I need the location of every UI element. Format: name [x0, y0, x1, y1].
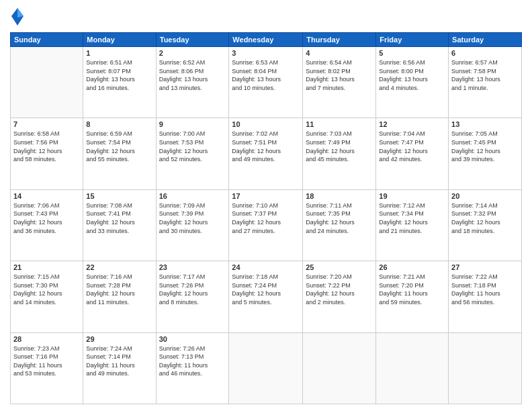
calendar-cell: 16Sunrise: 7:09 AMSunset: 7:39 PMDayligh…	[156, 189, 229, 261]
calendar-week-row: 1Sunrise: 6:51 AMSunset: 8:07 PMDaylight…	[11, 47, 522, 118]
day-info: Sunrise: 7:09 AMSunset: 7:39 PMDaylight:…	[159, 201, 226, 235]
calendar-cell: 20Sunrise: 7:14 AMSunset: 7:32 PMDayligh…	[449, 189, 522, 261]
calendar-header-row: SundayMondayTuesdayWednesdayThursdayFrid…	[11, 33, 522, 47]
day-number: 12	[379, 120, 445, 128]
day-number: 19	[379, 192, 445, 200]
day-number: 29	[86, 335, 152, 343]
calendar-cell: 5Sunrise: 6:56 AMSunset: 8:00 PMDaylight…	[376, 47, 449, 118]
day-info: Sunrise: 6:58 AMSunset: 7:56 PMDaylight:…	[13, 130, 80, 163]
calendar-cell: 30Sunrise: 7:26 AMSunset: 7:13 PMDayligh…	[156, 332, 229, 404]
day-number: 16	[159, 192, 226, 200]
day-number: 3	[232, 49, 300, 57]
calendar-week-row: 7Sunrise: 6:58 AMSunset: 7:56 PMDaylight…	[11, 118, 522, 189]
day-number: 6	[451, 49, 519, 57]
day-number: 11	[306, 120, 373, 128]
calendar-week-row: 21Sunrise: 7:15 AMSunset: 7:30 PMDayligh…	[11, 261, 522, 332]
day-number: 27	[451, 263, 519, 271]
day-info: Sunrise: 7:18 AMSunset: 7:24 PMDaylight:…	[232, 273, 300, 306]
calendar-cell: 12Sunrise: 7:04 AMSunset: 7:47 PMDayligh…	[376, 118, 449, 189]
calendar-cell: 10Sunrise: 7:02 AMSunset: 7:51 PMDayligh…	[229, 118, 303, 189]
day-of-week-header: Wednesday	[229, 33, 303, 47]
day-number: 14	[13, 192, 80, 200]
day-info: Sunrise: 7:14 AMSunset: 7:32 PMDaylight:…	[451, 201, 519, 235]
calendar-cell: 9Sunrise: 7:00 AMSunset: 7:53 PMDaylight…	[156, 118, 229, 189]
calendar-cell	[449, 332, 522, 404]
day-of-week-header: Tuesday	[156, 33, 229, 47]
day-info: Sunrise: 6:53 AMSunset: 8:04 PMDaylight:…	[232, 58, 300, 92]
calendar-cell: 4Sunrise: 6:54 AMSunset: 8:02 PMDaylight…	[303, 47, 376, 118]
day-info: Sunrise: 7:02 AMSunset: 7:51 PMDaylight:…	[232, 130, 300, 163]
calendar-cell: 22Sunrise: 7:16 AMSunset: 7:28 PMDayligh…	[83, 261, 156, 332]
calendar-cell	[229, 332, 303, 404]
calendar-cell: 19Sunrise: 7:12 AMSunset: 7:34 PMDayligh…	[376, 189, 449, 261]
day-info: Sunrise: 7:26 AMSunset: 7:13 PMDaylight:…	[159, 345, 226, 378]
day-number: 1	[86, 49, 152, 57]
day-number: 30	[159, 335, 226, 343]
logo-icon	[10, 7, 25, 27]
calendar-body: 1Sunrise: 6:51 AMSunset: 8:07 PMDaylight…	[11, 47, 522, 404]
day-info: Sunrise: 6:52 AMSunset: 8:06 PMDaylight:…	[159, 58, 226, 92]
day-info: Sunrise: 7:12 AMSunset: 7:34 PMDaylight:…	[379, 201, 445, 235]
day-info: Sunrise: 7:15 AMSunset: 7:30 PMDaylight:…	[13, 273, 80, 306]
day-number: 10	[232, 120, 300, 128]
svg-marker-1	[17, 8, 24, 17]
calendar-cell: 27Sunrise: 7:22 AMSunset: 7:18 PMDayligh…	[449, 261, 522, 332]
calendar-cell: 24Sunrise: 7:18 AMSunset: 7:24 PMDayligh…	[229, 261, 303, 332]
day-info: Sunrise: 7:20 AMSunset: 7:22 PMDaylight:…	[306, 273, 373, 306]
day-number: 22	[86, 263, 152, 271]
day-number: 9	[159, 120, 226, 128]
calendar-cell: 13Sunrise: 7:05 AMSunset: 7:45 PMDayligh…	[449, 118, 522, 189]
day-info: Sunrise: 7:10 AMSunset: 7:37 PMDaylight:…	[232, 201, 300, 235]
day-info: Sunrise: 7:08 AMSunset: 7:41 PMDaylight:…	[86, 201, 152, 235]
day-of-week-header: Monday	[83, 33, 156, 47]
day-info: Sunrise: 7:21 AMSunset: 7:20 PMDaylight:…	[379, 273, 445, 306]
calendar-cell: 14Sunrise: 7:06 AMSunset: 7:43 PMDayligh…	[11, 189, 83, 261]
day-number: 13	[451, 120, 519, 128]
calendar-cell: 29Sunrise: 7:24 AMSunset: 7:14 PMDayligh…	[83, 332, 156, 404]
calendar-cell: 6Sunrise: 6:57 AMSunset: 7:58 PMDaylight…	[449, 47, 522, 118]
calendar-cell: 11Sunrise: 7:03 AMSunset: 7:49 PMDayligh…	[303, 118, 376, 189]
day-info: Sunrise: 6:56 AMSunset: 8:00 PMDaylight:…	[379, 58, 445, 92]
calendar-cell	[376, 332, 449, 404]
day-number: 2	[159, 49, 226, 57]
day-number: 24	[232, 263, 300, 271]
logo	[10, 7, 28, 27]
day-number: 26	[379, 263, 445, 271]
day-info: Sunrise: 7:22 AMSunset: 7:18 PMDaylight:…	[451, 273, 519, 306]
calendar-cell: 8Sunrise: 6:59 AMSunset: 7:54 PMDaylight…	[83, 118, 156, 189]
calendar-cell: 25Sunrise: 7:20 AMSunset: 7:22 PMDayligh…	[303, 261, 376, 332]
day-of-week-header: Sunday	[11, 33, 83, 47]
day-info: Sunrise: 7:17 AMSunset: 7:26 PMDaylight:…	[159, 273, 226, 306]
day-info: Sunrise: 7:05 AMSunset: 7:45 PMDaylight:…	[451, 130, 519, 163]
day-number: 23	[159, 263, 226, 271]
day-number: 21	[13, 263, 80, 271]
day-info: Sunrise: 7:23 AMSunset: 7:16 PMDaylight:…	[13, 345, 80, 378]
calendar-cell: 17Sunrise: 7:10 AMSunset: 7:37 PMDayligh…	[229, 189, 303, 261]
calendar-cell: 2Sunrise: 6:52 AMSunset: 8:06 PMDaylight…	[156, 47, 229, 118]
day-of-week-header: Saturday	[449, 33, 522, 47]
day-info: Sunrise: 6:51 AMSunset: 8:07 PMDaylight:…	[86, 58, 152, 92]
calendar-cell: 3Sunrise: 6:53 AMSunset: 8:04 PMDaylight…	[229, 47, 303, 118]
calendar-cell: 28Sunrise: 7:23 AMSunset: 7:16 PMDayligh…	[11, 332, 83, 404]
day-info: Sunrise: 6:59 AMSunset: 7:54 PMDaylight:…	[86, 130, 152, 163]
day-number: 20	[451, 192, 519, 200]
day-info: Sunrise: 6:54 AMSunset: 8:02 PMDaylight:…	[306, 58, 373, 92]
day-info: Sunrise: 7:03 AMSunset: 7:49 PMDaylight:…	[306, 130, 373, 163]
day-number: 4	[306, 49, 373, 57]
calendar: SundayMondayTuesdayWednesdayThursdayFrid…	[10, 32, 522, 404]
calendar-cell	[11, 47, 83, 118]
day-number: 18	[306, 192, 373, 200]
day-info: Sunrise: 7:00 AMSunset: 7:53 PMDaylight:…	[159, 130, 226, 163]
day-number: 8	[86, 120, 152, 128]
calendar-cell: 26Sunrise: 7:21 AMSunset: 7:20 PMDayligh…	[376, 261, 449, 332]
day-info: Sunrise: 7:24 AMSunset: 7:14 PMDaylight:…	[86, 345, 152, 378]
day-number: 17	[232, 192, 300, 200]
day-info: Sunrise: 6:57 AMSunset: 7:58 PMDaylight:…	[451, 58, 519, 92]
day-of-week-header: Friday	[376, 33, 449, 47]
calendar-cell: 15Sunrise: 7:08 AMSunset: 7:41 PMDayligh…	[83, 189, 156, 261]
day-number: 15	[86, 192, 152, 200]
calendar-cell: 1Sunrise: 6:51 AMSunset: 8:07 PMDaylight…	[83, 47, 156, 118]
calendar-week-row: 28Sunrise: 7:23 AMSunset: 7:16 PMDayligh…	[11, 332, 522, 404]
calendar-cell: 18Sunrise: 7:11 AMSunset: 7:35 PMDayligh…	[303, 189, 376, 261]
day-number: 25	[306, 263, 373, 271]
